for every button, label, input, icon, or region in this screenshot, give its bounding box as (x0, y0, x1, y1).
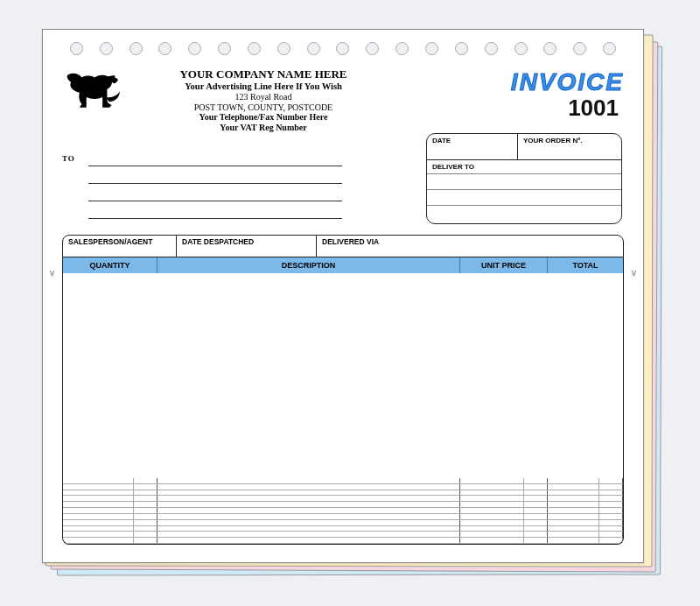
company-address: 123 Royal Road (132, 92, 395, 102)
lion-logo-icon (62, 72, 125, 116)
table-row (63, 514, 623, 520)
date-label: DATE (432, 137, 451, 144)
date-despatched-field[interactable]: DATE DESPATCHED (177, 236, 317, 257)
perforation-holes (43, 42, 643, 55)
company-ad-line: Your Advertising Line Here If You Wish (132, 81, 395, 92)
table-row (63, 484, 623, 490)
salesperson-field[interactable]: SALESPERSON/AGENT (63, 236, 177, 257)
company-name: YOUR COMPANY NAME HERE (132, 68, 395, 81)
date-field[interactable]: DATE (427, 134, 518, 159)
table-row (63, 508, 623, 514)
delivered-via-label: DELIVERED VIA (322, 237, 379, 246)
table-row (63, 490, 623, 497)
tick-mark-left: v (50, 268, 54, 278)
to-address-lines[interactable] (88, 149, 342, 219)
table-row (63, 496, 623, 502)
despatched-label: DATE DESPATCHED (182, 237, 254, 246)
order-no-label: YOUR ORDER Nº. (523, 137, 582, 144)
col-description: DESCRIPTION (158, 257, 460, 273)
company-phone: Your Telephone/Fax Number Here (132, 112, 395, 123)
delivered-via-field[interactable]: DELIVERED VIA (317, 236, 623, 257)
table-row (63, 520, 623, 526)
invoice-title: INVOICE (511, 68, 624, 96)
to-label: TO (62, 154, 75, 163)
deliver-line[interactable] (427, 189, 621, 205)
company-town: POST TOWN, COUNTY, POSTCODE (132, 102, 395, 113)
col-quantity: QUANTITY (63, 257, 158, 273)
salesperson-label: SALESPERSON/AGENT (68, 237, 152, 246)
deliver-line[interactable] (427, 205, 621, 221)
invoice-number: 1001 (568, 95, 619, 122)
shipping-row: SALESPERSON/AGENT DATE DESPATCHED DELIVE… (62, 235, 624, 257)
order-box: DATE YOUR ORDER Nº. DELIVER TO (426, 133, 622, 224)
table-row (63, 502, 623, 508)
company-header: YOUR COMPANY NAME HERE Your Advertising … (132, 68, 395, 132)
table-row (63, 538, 623, 544)
col-unit-price: UNIT PRICE (460, 257, 548, 273)
line-items-grid[interactable] (62, 273, 624, 545)
table-row (63, 478, 623, 484)
form-stack: YOUR COMPANY NAME HERE Your Advertising … (42, 29, 658, 572)
company-vat: Your VAT Reg Number (132, 123, 395, 133)
order-no-field[interactable]: YOUR ORDER Nº. (518, 134, 621, 159)
deliver-to-label: DELIVER TO (427, 160, 621, 173)
deliver-line[interactable] (427, 173, 621, 189)
col-total: TOTAL (548, 257, 623, 273)
table-row (63, 526, 623, 532)
column-header: QUANTITY DESCRIPTION UNIT PRICE TOTAL (62, 257, 624, 273)
table-row (63, 532, 623, 538)
tick-mark-right: v (632, 268, 636, 278)
invoice-form: YOUR COMPANY NAME HERE Your Advertising … (42, 29, 644, 563)
